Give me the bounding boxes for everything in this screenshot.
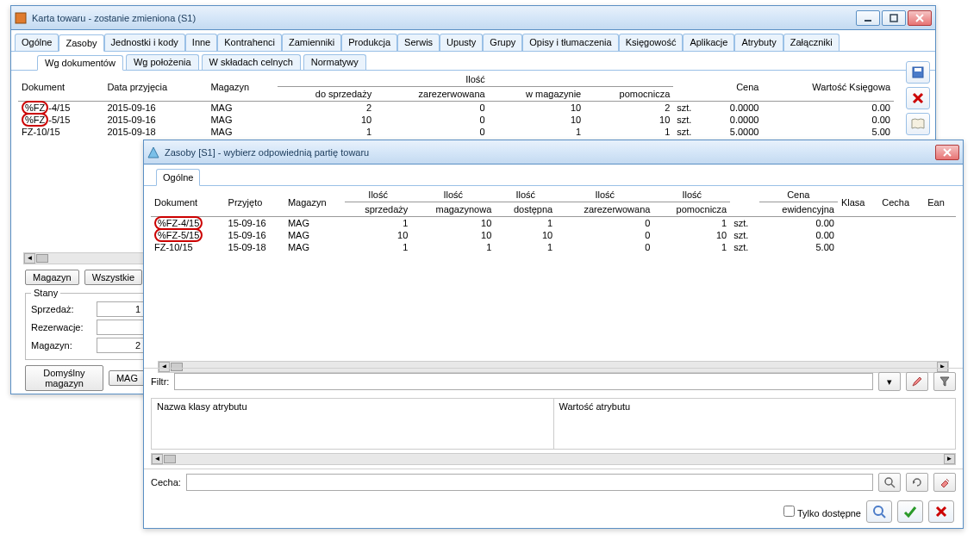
tylko-dostepne-checkbox[interactable] [783,506,795,517]
col2-dokument[interactable]: Dokument [151,188,225,217]
search-icon[interactable] [878,473,901,492]
col2-pomocnicza[interactable]: pomocnicza [653,202,730,217]
filter-dropdown-icon[interactable]: ▾ [878,372,901,391]
col2-ilosc-sprz-top[interactable]: Ilość [345,188,411,202]
col2-cena-top[interactable]: Cena [759,188,838,202]
cecha-input[interactable] [186,474,873,491]
lookup-icon [147,146,159,158]
col-magazyn[interactable]: Magazyn [207,72,277,102]
tab-inne[interactable]: Inne [185,34,217,51]
svg-point-12 [885,478,892,485]
sprzedaz-input[interactable] [97,301,144,317]
col2-przyjeto[interactable]: Przyjęto [225,188,284,217]
tab-serwis[interactable]: Serwis [397,34,440,51]
filter-funnel-icon[interactable] [933,372,956,391]
filter-edit-icon[interactable] [906,372,928,391]
resources-grid: Dokument Data przyjęcia Magazyn Ilość Ce… [18,72,894,138]
table-row[interactable]: %FZ-4/152015-09-16MAG20102szt.0.00000.00 [18,102,894,115]
close-button[interactable] [908,10,932,26]
col-dokument[interactable]: Dokument [18,72,103,102]
search-button[interactable] [866,500,892,523]
clear-icon[interactable] [933,473,956,492]
tab-atrybuty[interactable]: Atrybuty [734,34,783,51]
col2-klasa[interactable]: Klasa [838,188,878,217]
stany-group: Stany Sprzedaż: Rezerwacje: Magazyn: [25,288,150,360]
svg-line-13 [891,484,895,487]
table-row[interactable]: FZ-10/1515-09-18MAG11101szt.5.00 [151,241,956,253]
tab-zamienniki[interactable]: Zamienniki [282,34,341,51]
col2-ean[interactable]: Ean [924,188,956,217]
svg-point-16 [874,506,883,515]
delete-icon[interactable] [906,87,930,109]
refresh-icon[interactable] [906,473,928,492]
w2-tabstrip: Ogólne [144,164,963,186]
minimize-button[interactable] [856,10,880,26]
ok-button[interactable] [897,500,923,523]
col-zar[interactable]: zarezerwowana [375,87,488,102]
rezerwacje-input[interactable] [97,320,144,335]
tab-opisy-i-tłumaczenia[interactable]: Opisy i tłumaczenia [522,34,618,51]
col2-zarezerwowana[interactable]: zarezerwowana [556,202,653,217]
save-icon[interactable] [906,61,930,84]
svg-marker-9 [148,147,159,158]
subtab-normatywy[interactable]: Normatywy [303,54,366,70]
attr-value-col[interactable]: Wartość atrybutu [554,399,956,449]
col2-sprzedazy[interactable]: sprzedaży [345,202,411,217]
attr-name-col[interactable]: Nazwa klasy atrybutu [152,399,554,449]
col2-ilosc-zar-top[interactable]: Ilość [556,188,653,202]
col-cena[interactable]: Cena [707,72,762,102]
table-row[interactable]: %FZ-4/1515-09-16MAG110101szt.0.00 [151,217,956,230]
maximize-button[interactable] [882,10,906,26]
tylko-dostepne-label[interactable]: Tylko dostępne [783,506,861,518]
wszystkie-button[interactable]: Wszystkie [84,270,143,285]
subtab-wg-dokumentów[interactable]: Wg dokumentów [37,55,123,71]
magazyn-input[interactable] [97,338,144,353]
book-icon[interactable] [906,113,930,135]
tab-aplikacje[interactable]: Aplikacje [683,34,734,51]
col2-magazyn[interactable]: Magazyn [284,188,345,217]
filter-input[interactable] [174,373,873,390]
tab-produkcja[interactable]: Produkcja [341,34,397,51]
mag-button[interactable]: MAG [109,370,146,386]
window1-titlebar[interactable]: Karta towaru - zostanie zmieniona (S1) [11,6,935,30]
table-row[interactable]: %FZ-5/1515-09-16MAG101010010szt.0.00 [151,229,956,241]
cecha-label: Cecha: [151,477,181,487]
col2-ilosc-pom-top[interactable]: Ilość [653,188,730,202]
svg-line-17 [882,514,885,518]
h-scrollbar[interactable]: ◄► [151,453,956,465]
table-row[interactable]: %FZ-5/152015-09-16MAG1001010szt.0.00000.… [18,114,894,126]
tab-załączniki[interactable]: Załączniki [783,34,840,51]
h-scrollbar[interactable]: ◄ [23,252,147,264]
svg-rect-2 [890,15,897,22]
tab-jednostki-i-kody[interactable]: Jednostki i kody [104,34,185,51]
subtab-w-składach-celnych[interactable]: W składach celnych [202,54,301,70]
cancel-button[interactable] [928,500,954,523]
tab-ogólne[interactable]: Ogólne [15,34,59,51]
tab-upusty[interactable]: Upusty [440,34,483,51]
col2-unit[interactable] [730,188,758,217]
tab-kontrahenci[interactable]: Kontrahenci [217,34,282,51]
col-data[interactable]: Data przyjęcia [103,72,207,102]
col2-ilosc-mag-top[interactable]: Ilość [411,188,495,202]
tab-ogolne[interactable]: Ogólne [156,169,200,186]
col2-ilosc-dost-top[interactable]: Ilość [495,188,556,202]
tab-zasoby[interactable]: Zasoby [59,34,103,52]
col-pom[interactable]: pomocnicza [584,87,673,102]
close-button[interactable] [935,145,959,160]
col2-cecha[interactable]: Cecha [878,188,924,217]
subtab-wg-położenia[interactable]: Wg położenia [126,54,199,70]
col-wmag[interactable]: w magazynie [489,87,585,102]
table-row[interactable]: FZ-10/152015-09-18MAG1011szt.5.00005.00 [18,126,894,138]
col-wartosc[interactable]: Wartość Księgowa [762,72,894,102]
tab-grupy[interactable]: Grupy [483,34,522,51]
tab-księgowość[interactable]: Księgowość [619,34,684,51]
col2-ewidencyjna[interactable]: ewidencyjna [759,202,838,217]
magazyn-button[interactable]: Magazyn [25,270,79,285]
col-sprz[interactable]: do sprzedaży [278,87,375,102]
rezerwacje-label: Rezerwacje: [31,322,91,332]
window2-titlebar[interactable]: Zasoby [S1] - wybierz odpowiednią partię… [144,140,963,164]
col-unit[interactable] [673,72,707,102]
col2-dostepna[interactable]: dostępna [495,202,556,217]
col2-magazynowa[interactable]: magazynowa [411,202,495,217]
domyslny-magazyn-button[interactable]: Domyślny magazyn [25,365,103,391]
